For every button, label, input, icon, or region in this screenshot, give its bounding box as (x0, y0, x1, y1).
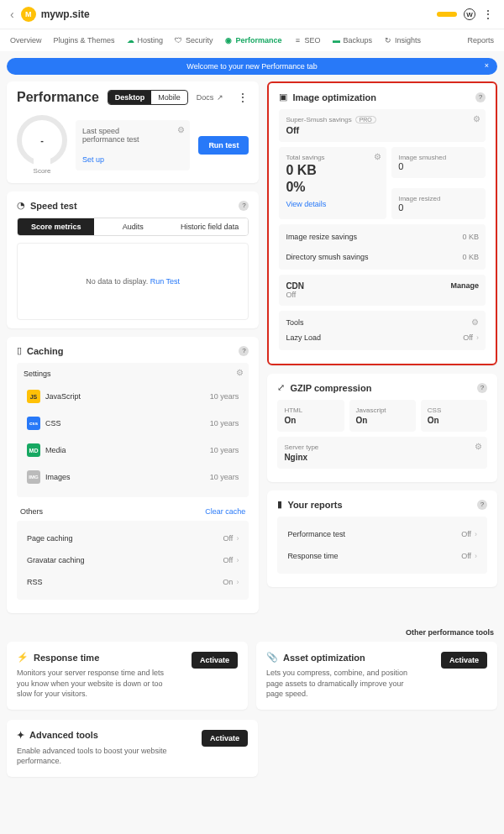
setup-link[interactable]: Set up (82, 155, 104, 164)
gzip-css-label: CSS (428, 407, 480, 414)
shield-icon: 🛡 (175, 36, 183, 45)
run-test-button[interactable]: Run test (198, 136, 249, 155)
gear-icon[interactable]: ⚙ (473, 114, 480, 123)
nav-backups[interactable]: ▬Backups (332, 36, 372, 45)
nav-security[interactable]: 🛡Security (175, 36, 213, 45)
image-optimization-card: ▣ Image optimization ? ⚙ Super-Smush sav… (267, 81, 497, 365)
speedometer-icon: ◔ (17, 200, 25, 211)
nav-reports[interactable]: Reports (467, 36, 494, 45)
clear-cache-link[interactable]: Clear cache (205, 507, 245, 516)
activate-button[interactable]: Activate (441, 652, 487, 669)
advanced-desc: Enable advanced tools to boost your webs… (17, 746, 168, 767)
super-smush-value: Off (286, 125, 479, 135)
asset-desc: Lets you compress, combine, and position… (266, 668, 417, 700)
activate-button[interactable]: Activate (202, 730, 248, 747)
css-icon: css (27, 417, 40, 430)
gear-icon[interactable]: ⚙ (236, 368, 244, 377)
image-icon: ▣ (279, 92, 287, 102)
nav-overview[interactable]: Overview (10, 36, 42, 45)
speed-test-title: Speed test (30, 201, 77, 211)
chevron-right-icon: › (475, 530, 477, 538)
activate-button[interactable]: Activate (192, 652, 238, 669)
resize-savings-label: Image resize savings (286, 233, 357, 241)
nav-insights[interactable]: ↻Insights (384, 36, 421, 45)
help-icon[interactable]: ? (477, 383, 487, 393)
tab-historic[interactable]: Historic field data (171, 218, 248, 235)
caching-title: Caching (27, 346, 63, 356)
manage-link[interactable]: Manage (450, 281, 479, 290)
advanced-tools-card: Activate ✦Advanced tools Enable advanced… (7, 720, 258, 777)
gzip-js-value: On (356, 416, 409, 425)
settings-label: Settings (24, 370, 242, 378)
nav-seo[interactable]: ≡SEO (293, 36, 320, 45)
view-details-link[interactable]: View details (286, 200, 326, 208)
gauge-label: Score (17, 167, 67, 175)
help-icon[interactable]: ? (239, 346, 249, 356)
banner-close-icon[interactable]: × (485, 61, 489, 70)
run-test-link[interactable]: Run Test (150, 277, 180, 286)
lazy-load-row[interactable]: Lazy LoadOff› (286, 332, 479, 344)
media-icon: MD (27, 443, 40, 457)
gzip-html-label: HTML (284, 407, 337, 414)
total-savings-label: Total savings (286, 154, 380, 161)
tab-audits[interactable]: Audits (94, 218, 171, 235)
gzip-css-value: On (428, 416, 480, 425)
resize-savings-value: 0 KB (462, 233, 479, 241)
segment-desktop[interactable]: Desktop (108, 91, 152, 104)
cache-row-media[interactable]: MDMedia10 years (24, 437, 242, 464)
performance-header-card: Performance Desktop Mobile Docs ↗ ⋮ - Sc… (7, 81, 259, 183)
gear-icon[interactable]: ⚙ (374, 152, 381, 161)
cache-row-js[interactable]: JSJavaScript10 years (24, 383, 242, 410)
asset-optimization-card: Activate 📎Asset optimization Lets you co… (256, 642, 497, 710)
speed-label: Last speedperformance test (82, 127, 183, 144)
cache-row-gravatar[interactable]: Gravatar cachingOff› (24, 549, 242, 571)
nav-plugins[interactable]: Plugins & Themes (54, 36, 115, 45)
cache-row-page[interactable]: Page cachingOff› (24, 527, 242, 549)
wordpress-icon[interactable]: W (464, 8, 475, 20)
js-icon: JS (27, 390, 40, 403)
site-icon: M (21, 7, 36, 22)
help-icon[interactable]: ? (475, 92, 486, 102)
help-icon[interactable]: ? (477, 500, 487, 510)
nav-performance[interactable]: ◉Performance (224, 36, 281, 45)
caching-card: ▯ Caching ? ⚙ Settings JSJavaScript10 ye… (7, 337, 259, 613)
reports-icon: ▮ (277, 499, 282, 510)
reports-card: ▮ Your reports ? Performance testOff› Re… (267, 490, 497, 587)
gauge-icon: ◉ (224, 36, 233, 45)
gear-icon[interactable]: ⚙ (177, 125, 185, 134)
speed-test-card: ◔ Speed test ? Score metrics Audits Hist… (7, 191, 259, 328)
cache-row-rss[interactable]: RSSOn› (24, 571, 242, 593)
docs-link[interactable]: Docs ↗ (197, 93, 224, 102)
chevron-right-icon: › (475, 552, 477, 560)
nav-hosting[interactable]: ☁Hosting (126, 36, 163, 45)
menu-dots-icon[interactable]: ⋮ (482, 8, 494, 21)
cdn-value: Off (286, 291, 304, 299)
card-menu-icon[interactable]: ⋮ (237, 91, 249, 104)
back-icon[interactable]: ‹ (10, 8, 14, 21)
page-title: Performance (17, 90, 99, 105)
tab-score-metrics[interactable]: Score metrics (18, 218, 94, 235)
score-gauge: - (17, 115, 67, 165)
gzip-js-label: Javascript (356, 407, 409, 414)
server-type-value: Nginx (284, 453, 480, 462)
chevron-right-icon: › (236, 578, 239, 586)
gear-icon[interactable]: ⚙ (471, 317, 479, 327)
response-desc: Monitors your server response time and l… (17, 668, 168, 700)
other-tools-link[interactable]: Other performance tools (0, 623, 504, 642)
dir-savings-label: Directory smush savings (286, 253, 368, 261)
report-row-perf[interactable]: Performance testOff› (284, 523, 480, 545)
status-pill (437, 12, 457, 17)
help-icon[interactable]: ? (239, 201, 249, 211)
segment-mobile[interactable]: Mobile (151, 91, 187, 104)
gzip-title: GZIP compression (290, 383, 371, 393)
chevron-right-icon: › (236, 534, 239, 543)
report-row-resp[interactable]: Response timeOff› (284, 545, 480, 567)
smushed-label: Image smushed (398, 154, 479, 161)
cache-row-images[interactable]: IMGImages10 years (24, 464, 242, 490)
cache-row-css[interactable]: cssCSS10 years (24, 410, 242, 437)
response-icon: ⚡ (17, 652, 29, 663)
resized-label: Image resized (398, 195, 479, 202)
reports-title: Your reports (287, 500, 342, 510)
gear-icon[interactable]: ⚙ (475, 442, 482, 451)
site-name: mywp.site (41, 8, 437, 20)
